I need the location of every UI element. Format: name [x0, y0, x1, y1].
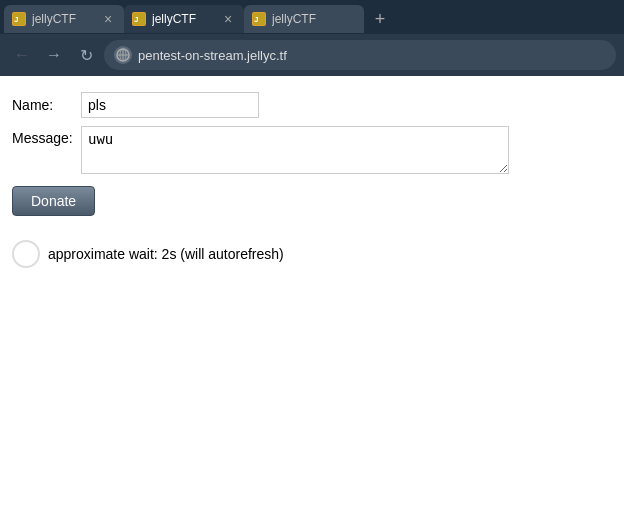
name-row: Name: — [12, 92, 612, 118]
new-tab-button[interactable]: + — [368, 7, 392, 31]
tab-1-favicon: J — [12, 12, 26, 26]
forward-button[interactable]: → — [40, 41, 68, 69]
address-icon — [114, 46, 132, 64]
svg-text:J: J — [134, 15, 138, 24]
tab-3-favicon: J — [252, 12, 266, 26]
loading-spinner — [12, 240, 40, 268]
message-textarea[interactable]: uwu — [81, 126, 509, 174]
tab-2-favicon: J — [132, 12, 146, 26]
status-row: approximate wait: 2s (will autorefresh) — [12, 240, 612, 268]
tab-2-close[interactable]: × — [220, 11, 236, 27]
refresh-icon: ↻ — [80, 46, 93, 65]
address-bar[interactable]: pentest-on-stream.jellyc.tf — [104, 40, 616, 70]
name-input[interactable] — [81, 92, 259, 118]
back-icon: ← — [14, 46, 30, 64]
tab-bar: J jellyCTF × J jellyCTF × J jellyCTF + — [0, 0, 624, 34]
refresh-button[interactable]: ↻ — [72, 41, 100, 69]
tab-1-close[interactable]: × — [100, 11, 116, 27]
message-label: Message: — [12, 130, 77, 146]
donate-button[interactable]: Donate — [12, 186, 95, 216]
back-button[interactable]: ← — [8, 41, 36, 69]
forward-icon: → — [46, 46, 62, 64]
svg-text:J: J — [254, 15, 258, 24]
wait-text: approximate wait: 2s (will autorefresh) — [48, 246, 284, 262]
tab-3-title: jellyCTF — [272, 12, 356, 26]
name-label: Name: — [12, 97, 77, 113]
tab-3[interactable]: J jellyCTF — [244, 5, 364, 33]
tab-1-title: jellyCTF — [32, 12, 94, 26]
browser-chrome: J jellyCTF × J jellyCTF × J jellyCTF + ←… — [0, 0, 624, 76]
tab-1[interactable]: J jellyCTF × — [4, 5, 124, 33]
tab-2[interactable]: J jellyCTF × — [124, 5, 244, 33]
tab-2-title: jellyCTF — [152, 12, 214, 26]
toolbar: ← → ↻ pentest-on-stream.jellyc.tf — [0, 34, 624, 76]
message-row: Message: uwu — [12, 126, 612, 174]
svg-text:J: J — [14, 15, 18, 24]
address-url: pentest-on-stream.jellyc.tf — [138, 48, 287, 63]
page-content: Name: Message: uwu Donate approximate wa… — [0, 76, 624, 284]
